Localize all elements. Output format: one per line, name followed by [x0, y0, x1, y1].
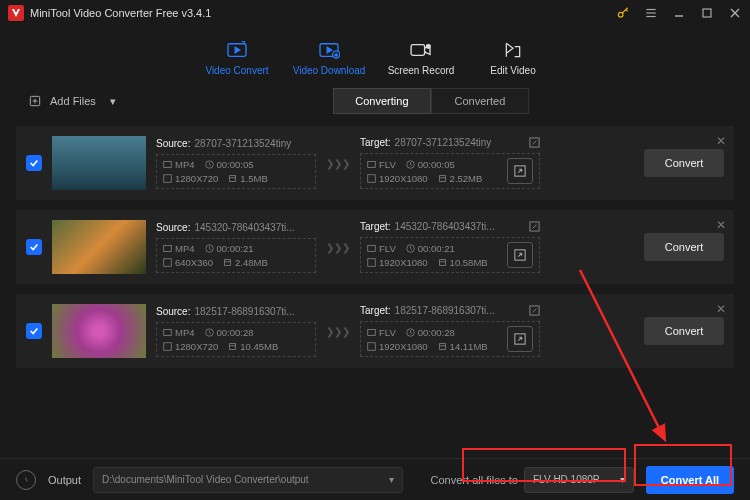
edit-video-icon — [503, 39, 523, 61]
chevron-down-icon: ▾ — [620, 474, 625, 485]
svg-rect-32 — [164, 329, 172, 335]
target-info: Target:182517-868916307ti... FLV 00:00:2… — [360, 305, 540, 357]
remove-item-icon[interactable]: ✕ — [716, 134, 726, 148]
remove-item-icon[interactable]: ✕ — [716, 218, 726, 232]
tab-video-convert[interactable]: Video Convert — [191, 30, 283, 84]
svg-point-12 — [426, 44, 430, 48]
thumbnail[interactable] — [52, 304, 146, 358]
toolbar: Add Files ▾ Converting Converted — [0, 84, 750, 118]
svg-point-0 — [618, 12, 623, 17]
convert-button[interactable]: Convert — [644, 149, 724, 177]
remove-item-icon[interactable]: ✕ — [716, 302, 726, 316]
edit-target-icon[interactable] — [529, 305, 540, 318]
titlebar: MiniTool Video Converter Free v3.4.1 — [0, 0, 750, 26]
subtabs: Converting Converted — [333, 88, 529, 114]
svg-rect-24 — [164, 245, 172, 251]
tab-label: Screen Record — [388, 65, 455, 76]
svg-rect-20 — [368, 161, 376, 167]
svg-rect-16 — [164, 161, 172, 167]
clock-icon[interactable] — [16, 470, 36, 490]
expand-button[interactable] — [507, 242, 533, 268]
tab-screen-record[interactable]: Screen Record — [375, 30, 467, 84]
svg-rect-38 — [368, 342, 376, 350]
output-path-value: D:\documents\MiniTool Video Converter\ou… — [102, 474, 309, 485]
menu-icon[interactable] — [644, 6, 658, 20]
convert-all-button[interactable]: Convert All — [646, 466, 734, 494]
output-path-select[interactable]: D:\documents\MiniTool Video Converter\ou… — [93, 467, 403, 493]
edit-target-icon[interactable] — [529, 221, 540, 234]
list-item: Source:145320-786403437ti... MP4 00:00:2… — [16, 210, 734, 284]
source-info: Source:145320-786403437ti... MP4 00:00:2… — [156, 222, 316, 273]
maximize-icon[interactable] — [700, 6, 714, 20]
arrow-icon: ❯❯❯ — [326, 326, 350, 337]
key-icon[interactable] — [616, 6, 630, 20]
minimize-icon[interactable] — [672, 6, 686, 20]
source-info: Source:182517-868916307ti... MP4 00:00:2… — [156, 306, 316, 357]
app-title: MiniTool Video Converter Free v3.4.1 — [30, 7, 211, 19]
convert-button[interactable]: Convert — [644, 317, 724, 345]
subtab-converted[interactable]: Converted — [431, 88, 529, 114]
expand-button[interactable] — [507, 158, 533, 184]
tab-label: Edit Video — [490, 65, 535, 76]
video-download-icon — [318, 39, 340, 61]
expand-button[interactable] — [507, 326, 533, 352]
convert-button[interactable]: Convert — [644, 233, 724, 261]
tab-video-download[interactable]: Video Download — [283, 30, 375, 84]
video-convert-icon — [226, 39, 248, 61]
add-files-button[interactable]: Add Files ▾ — [20, 89, 124, 113]
list-item: Source:28707-371213524tiny MP4 00:00:05 … — [16, 126, 734, 200]
svg-rect-34 — [164, 342, 172, 350]
arrow-icon: ❯❯❯ — [326, 158, 350, 169]
format-select[interactable]: FLV HD 1080P ▾ — [524, 467, 634, 493]
tab-edit-video[interactable]: Edit Video — [467, 30, 559, 84]
svg-rect-30 — [368, 258, 376, 266]
svg-rect-26 — [164, 258, 172, 266]
subtab-converting[interactable]: Converting — [333, 88, 431, 114]
convert-all-to-label: Convert all files to — [431, 474, 518, 486]
edit-target-icon[interactable] — [529, 137, 540, 150]
svg-rect-18 — [164, 174, 172, 182]
list-item: Source:182517-868916307ti... MP4 00:00:2… — [16, 294, 734, 368]
svg-rect-5 — [703, 9, 711, 17]
thumbnail[interactable] — [52, 136, 146, 190]
main-tabs: Video Convert Video Download Screen Reco… — [0, 30, 750, 84]
svg-rect-36 — [368, 329, 376, 335]
thumbnail[interactable] — [52, 220, 146, 274]
target-info: Target:145320-786403437ti... FLV 00:00:2… — [360, 221, 540, 273]
checkbox[interactable] — [26, 239, 42, 255]
svg-rect-11 — [411, 44, 425, 55]
svg-rect-28 — [368, 245, 376, 251]
screen-record-icon — [409, 39, 433, 61]
tab-label: Video Download — [293, 65, 366, 76]
file-list: Source:28707-371213524tiny MP4 00:00:05 … — [0, 118, 750, 368]
output-label: Output — [48, 474, 81, 486]
checkbox[interactable] — [26, 155, 42, 171]
chevron-down-icon: ▾ — [389, 474, 394, 485]
tab-label: Video Convert — [205, 65, 268, 76]
svg-rect-22 — [368, 174, 376, 182]
arrow-icon: ❯❯❯ — [326, 242, 350, 253]
chevron-down-icon: ▾ — [110, 95, 116, 108]
source-info: Source:28707-371213524tiny MP4 00:00:05 … — [156, 138, 316, 189]
add-icon — [28, 94, 42, 108]
checkbox[interactable] — [26, 323, 42, 339]
footer: Output D:\documents\MiniTool Video Conve… — [0, 458, 750, 500]
close-icon[interactable] — [728, 6, 742, 20]
target-info: Target:28707-371213524tiny FLV 00:00:05 … — [360, 137, 540, 189]
format-value: FLV HD 1080P — [533, 474, 600, 485]
app-logo — [8, 5, 24, 21]
add-files-label: Add Files — [50, 95, 96, 107]
